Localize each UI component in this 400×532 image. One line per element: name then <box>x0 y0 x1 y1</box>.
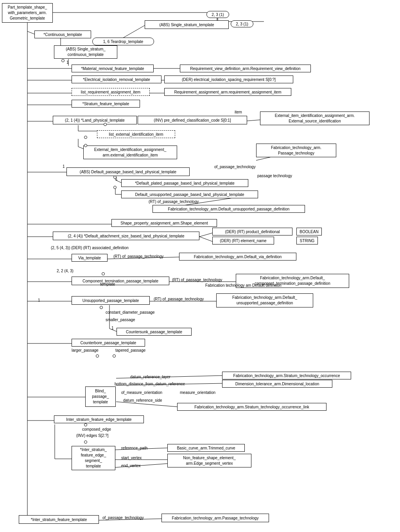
template-label: template <box>100 282 115 286</box>
land-physical-box: (2, 1 (4)) *Land_physical_template <box>53 116 137 124</box>
svg-line-37 <box>199 237 213 242</box>
tapered-passage-label: tapered_passage <box>115 348 145 352</box>
one-label-4: 1 <box>38 298 40 302</box>
agg-circle-1 <box>61 59 65 62</box>
dim-tolerance-box: Dimension_tolerance_arm.Dimensional_loca… <box>222 380 332 388</box>
inter-stratum-edge-box: Inter_stratum_feature_edge_template <box>54 415 144 423</box>
composed-edge-label: composed_edge <box>82 427 111 431</box>
fab-via-def-box: Fabrication_technology_arm.Default_via_d… <box>179 253 296 261</box>
der-element-name-box: (DER) (RT) element_name <box>212 237 274 244</box>
external-item-id-box: External_item_identification_assignment_… <box>260 111 370 125</box>
agg-circle-4 <box>113 186 117 189</box>
blind-passage-box: Blind_ passage_ template <box>85 386 116 407</box>
rt-of-passage-4: (RT) of_passage_technology <box>154 297 204 301</box>
continuous-template-box: *Continuous_template <box>34 31 91 38</box>
countersunk-box: Countersunk_passage_template <box>117 328 192 336</box>
via-template-box: Via_template <box>72 254 108 262</box>
unsupported-passage-box: Unsupported_passage_template <box>72 296 150 305</box>
two-three-one-right-box: 2, 3 (1) <box>231 20 253 27</box>
req-view-def-box: Requirement_view_definition_arm.Requirem… <box>180 65 311 72</box>
larger-passage-label: larger_passage <box>72 348 99 352</box>
fab-default-unsupported-box: Fabrication_technology_arm.Default_unsup… <box>152 205 305 213</box>
default-attach-box: (2, 4 (4)) *Default_attachment_size_base… <box>53 232 199 240</box>
fab-stratum-link-box: Fabrication_technology_arm.Stratum_techn… <box>177 403 326 411</box>
rt-of-passage-label: (RT) of_passage_technology <box>149 200 199 204</box>
agg-circle-12 <box>84 440 87 444</box>
of-passage-tech-label-1: of_passage_technology <box>214 165 256 169</box>
passage-tech-label: passage technology <box>257 174 292 178</box>
non-feature-shape-box: Non_feature_shape_element_ arm.Edge_segm… <box>167 454 251 467</box>
electrical-isolation-box: *Electrical_isolation_removal_template <box>72 75 161 83</box>
fab-unsupported2-box: Fabrication_technology_arm.Default_ unsu… <box>216 293 313 307</box>
single-stratum-cont-box: (ABS) Single_stratum_ continuous_templat… <box>54 45 117 59</box>
agg-circle-8 <box>100 306 103 309</box>
of-passage-tech-bottom-label: of_passage_technology <box>102 516 144 520</box>
default-passage-land-box: (ABS) Default_passage_based_land_physica… <box>66 167 190 176</box>
single-stratum-top-box: (ABS) Single_stratum_template <box>145 20 229 29</box>
rt-of-passage-2: (RT) of_passage_technology <box>113 254 163 259</box>
diagram-container: Part_template_shape_ with_parameters_arm… <box>0 0 400 532</box>
bottom-dist-label: bottom_distance_from_datum_reference <box>115 382 185 386</box>
electrical-spacing-box: (DER) electrical_isolation_spacing_requi… <box>164 75 293 83</box>
agg-circle-10 <box>113 354 116 358</box>
string-box: STRING <box>296 237 318 244</box>
counterbore-box: Counterbore_passage_template <box>72 339 145 347</box>
teardrop-template-box: 1, 6 Teardrop_template <box>92 38 154 45</box>
constant-diam-label: constant_diameter_passage <box>106 310 155 315</box>
assoc-def-label: (2, 5 (4, 3)) (DER) (RT) associated_defi… <box>51 246 129 250</box>
fab-default-def-label: Fabrication technology am Default defini… <box>205 283 282 288</box>
stratum-feature-box: *Stratum_feature_template <box>72 100 140 108</box>
two-two-label: 2, 2 (4, 3) <box>57 269 74 273</box>
fab-passage-tech-box: Fabrication_technology_arm. Passage_tech… <box>256 144 336 157</box>
smaller-passage-label: smaller_passage <box>106 318 135 322</box>
start-vertex-label: start_vertex <box>121 456 142 460</box>
end-vertex-label: end_vertex <box>121 464 140 468</box>
one-label-2: 1 <box>63 164 65 169</box>
inv-edges-label: (INV) edges S[2:?] <box>76 433 108 438</box>
req-assign-item-box: Requirement_assignment_arm.requirement_a… <box>164 88 291 96</box>
agg-circle-11 <box>84 423 87 426</box>
basic-curve-box: Basic_curve_arm.Trimmed_curve <box>167 444 245 452</box>
der-product-def-box: (DER) (RT) product_definitional <box>212 228 292 235</box>
list-external-id-box: list_external_identification_item <box>97 130 175 138</box>
material-removal-box: *Material_removal_feature_template <box>72 65 154 72</box>
external-id-arm-box: External_item_identification_assignment_… <box>83 146 177 159</box>
inter-stratum-feature-box: *Inter_stratum_feature_template <box>19 515 99 524</box>
comp-term-box: Component_termination_passage_template <box>72 277 169 285</box>
one-label-1: 1 <box>66 60 69 65</box>
pre-defined-code-box: (INV) pre_defined_classification_code S[… <box>138 116 247 124</box>
shape-property-box: Shape_property_assignment_arm.Shape_elem… <box>111 219 217 227</box>
default-unsupported-box: Default_unsupported_passage_based_land_p… <box>121 191 258 198</box>
part-template-box: Part_template_shape_ with_parameters_arm… <box>2 3 53 23</box>
agg-circle-3 <box>113 176 117 179</box>
svg-line-36 <box>199 233 213 237</box>
rt-of-passage-3: (RT) of_passage_technology <box>172 278 222 282</box>
two-three-one-box: 2, 3 (1) <box>206 11 229 18</box>
agg-circle-5 <box>84 136 87 139</box>
list-req-assign-box: list_requirement_assignment_item <box>72 88 150 96</box>
of-measure-orient-label: of_measure_orientation <box>121 390 162 395</box>
datum-ref-side-label: datum_reference_side <box>123 398 162 403</box>
agg-circle-6 <box>84 144 87 147</box>
inter-stratum-seg-box: *Inter_stratum_ feature_edge_ segment_ t… <box>72 446 115 470</box>
datum-ref-layer-label: datum_reference_layer <box>130 375 170 379</box>
fab-stratum-occ-box: Fabrication_technology_arm.Stratum_techn… <box>222 372 351 379</box>
agg-circle-2 <box>104 123 107 126</box>
default-plated-box: *Default_plated_passage_based_land_physi… <box>121 179 248 187</box>
item-label: item <box>235 110 242 114</box>
one-label-5: 1 <box>111 326 114 330</box>
agg-circle-7 <box>102 272 105 275</box>
boolean-box: BOOLEAN <box>296 228 322 235</box>
reference-path-label: reference_path <box>121 446 147 450</box>
agg-circle-9 <box>96 354 99 358</box>
measure-orient-label: measure_orientation <box>180 390 215 395</box>
fab-passage-tech2-box: Fabrication_technology_arm.Passage_techn… <box>161 514 269 522</box>
